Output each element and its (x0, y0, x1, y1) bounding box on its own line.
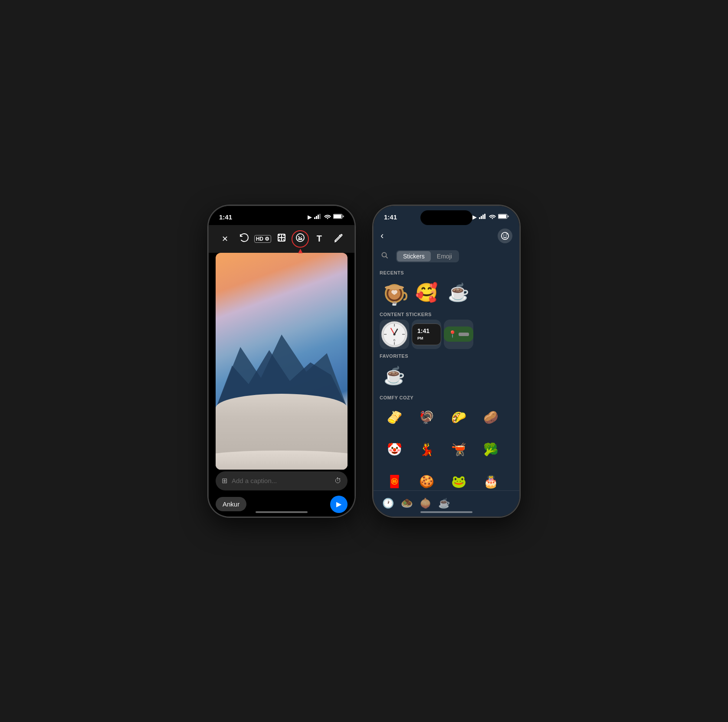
battery-icon-1 (333, 214, 344, 220)
recipient-button[interactable]: Ankur (216, 497, 246, 511)
tab-stickers[interactable]: Stickers (397, 251, 431, 261)
tab-emoji[interactable]: Emoji (431, 251, 458, 261)
hd-button[interactable]: HD ⚙ (254, 230, 272, 248)
landscape-background (216, 253, 348, 470)
text-button[interactable]: T (311, 230, 328, 248)
sand-dunes (216, 394, 348, 470)
sticker-item[interactable]: 🥰 (412, 278, 441, 307)
sticker-item[interactable]: ☕ (380, 278, 409, 307)
time-sticker[interactable]: 1:41 PM (412, 320, 441, 349)
svg-rect-25 (508, 216, 509, 217)
section-label-comfy: COMFY COZY (380, 395, 513, 400)
tray-sticker-2[interactable]: 🧅 (420, 498, 431, 509)
svg-rect-24 (498, 215, 506, 218)
transform-button[interactable] (273, 230, 290, 248)
sticker-item[interactable]: 🥦 (476, 435, 505, 464)
home-indicator-2 (420, 511, 472, 513)
tab-group: Stickers Emoji (396, 250, 459, 262)
arrow-indicator: ▲ (296, 247, 304, 255)
svg-rect-3 (319, 214, 321, 219)
sticker-scroll-area[interactable]: RECENTS ☕ 🥰 (374, 266, 519, 490)
sticker-item-favorite[interactable]: ☕ (380, 361, 409, 391)
status-icons-1: ▶ (308, 214, 344, 220)
section-label-recents: RECENTS (380, 270, 513, 275)
caption-bar[interactable]: ⊞ Add a caption... ⏱ (216, 471, 348, 490)
sticker-icon (295, 233, 305, 245)
location-icon-2: ▶ (472, 214, 477, 220)
toolbar: ✕ HD ⚙ (209, 225, 354, 253)
sticker-item[interactable]: 🐸 (444, 467, 473, 490)
svg-point-33 (385, 285, 404, 290)
svg-point-16 (301, 236, 302, 237)
comfy-row-1: 🫔 🦃 🌮 🥔 (380, 403, 513, 432)
phone2-screen: 1:41 ▶ (374, 206, 519, 516)
tray-clock-icon[interactable]: 🕐 (382, 498, 394, 509)
sticker-item[interactable]: 💃 (412, 435, 441, 464)
phone-1: 1:41 ▶ (208, 205, 355, 517)
close-icon: ✕ (222, 234, 228, 244)
signal-icon-2 (479, 214, 487, 220)
comfy-row-2: 🤡 💃 🫕 🥦 (380, 435, 513, 464)
send-icon: ▶ (336, 500, 341, 508)
recents-row: ☕ 🥰 ☕ (380, 278, 513, 307)
search-icon[interactable] (380, 252, 390, 261)
caption-placeholder[interactable]: Add a caption... (232, 477, 330, 484)
signal-icon-1 (314, 214, 322, 220)
text-icon: T (317, 234, 322, 244)
svg-rect-19 (479, 217, 480, 219)
close-button[interactable]: ✕ (216, 230, 234, 248)
sticker-item[interactable]: 🧧 (380, 467, 409, 490)
search-tab-bar: Stickers Emoji (374, 247, 519, 266)
undo-icon (239, 233, 249, 245)
svg-point-15 (298, 236, 299, 237)
send-area: Ankur ▶ (216, 496, 348, 513)
top-nav: ‹ (374, 225, 519, 247)
phone-2: 1:41 ▶ (373, 205, 520, 517)
svg-rect-5 (334, 215, 341, 218)
wifi-icon-1 (324, 214, 331, 220)
wifi-icon-2 (489, 214, 496, 220)
sticker-button[interactable]: ▲ (292, 230, 309, 248)
dynamic-island-1 (256, 210, 308, 225)
svg-point-28 (506, 235, 507, 235)
sticker-item[interactable]: 🫕 (444, 435, 473, 464)
back-button[interactable]: ‹ (380, 230, 384, 242)
section-label-favorites: FAVORITES (380, 353, 513, 359)
svg-rect-6 (343, 216, 344, 217)
comfy-row-3: 🧧 🍪 🐸 🎂 (380, 467, 513, 490)
location-sticker[interactable]: 📍 (444, 320, 473, 349)
tray-sticker-3[interactable]: ☕ (438, 498, 450, 509)
nav-sticker-icon[interactable] (498, 229, 512, 243)
photo-area (216, 253, 348, 470)
sticker-item[interactable]: 🥔 (476, 403, 505, 432)
sticker-item[interactable]: 🦃 (412, 403, 441, 432)
send-button[interactable]: ▶ (330, 496, 348, 513)
section-label-content: CONTENT STICKERS (380, 312, 513, 317)
home-indicator-1 (256, 511, 308, 513)
phone1-screen: 1:41 ▶ (209, 206, 354, 516)
sticker-item[interactable]: 🎂 (476, 467, 505, 490)
status-time-1: 1:41 (219, 213, 232, 221)
undo-button[interactable] (235, 230, 253, 248)
svg-rect-2 (318, 215, 319, 219)
svg-point-27 (503, 235, 504, 235)
svg-point-42 (394, 333, 396, 335)
content-stickers-row: 6 1:41 PM 📍 (380, 320, 513, 349)
battery-icon-2 (498, 214, 509, 220)
tray-sticker-1[interactable]: 🧆 (401, 498, 413, 509)
caption-timer-icon: ⏱ (334, 477, 341, 485)
sticker-item[interactable]: 🍪 (412, 467, 441, 490)
svg-rect-20 (481, 216, 482, 219)
sticker-item[interactable]: 🌮 (444, 403, 473, 432)
dune-layer (216, 451, 348, 470)
svg-rect-0 (314, 217, 315, 219)
draw-button[interactable] (329, 230, 347, 248)
caption-add-icon: ⊞ (222, 477, 227, 485)
svg-text:☕: ☕ (392, 301, 397, 306)
sticker-item[interactable]: ☕ (444, 278, 473, 307)
clock-sticker[interactable]: 6 (380, 320, 409, 349)
sticker-item[interactable]: 🫔 (380, 403, 409, 432)
svg-rect-21 (482, 215, 484, 219)
favorites-row: ☕ (380, 361, 513, 391)
sticker-item[interactable]: 🤡 (380, 435, 409, 464)
